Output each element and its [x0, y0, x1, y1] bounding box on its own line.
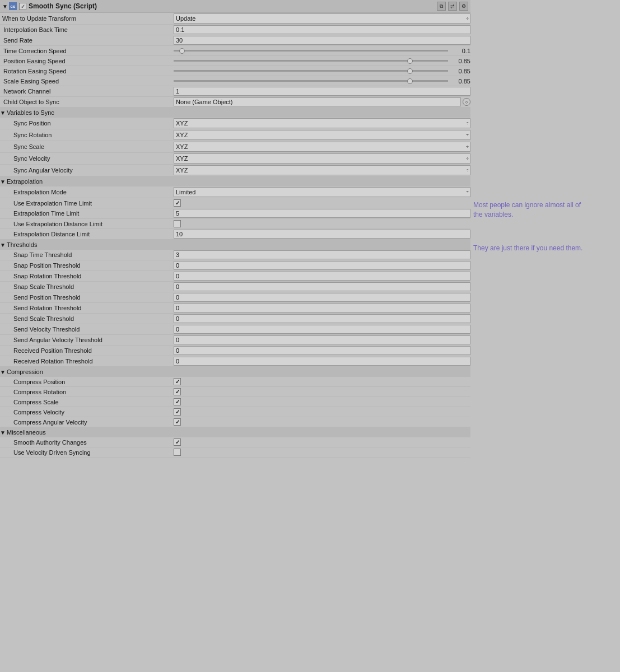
- sync-angular-velocity-select[interactable]: XYZXYXZYZXYZNone: [174, 165, 470, 175]
- position-easing-speed-thumb[interactable]: [407, 58, 413, 64]
- use-extrapolation-time-limit-checkbox[interactable]: [174, 199, 181, 207]
- position-easing-speed-track[interactable]: [174, 60, 448, 62]
- use-velocity-driven-syncing-label: Use Velocity Driven Syncing: [0, 449, 174, 456]
- extrapolation-mode-label: Extrapolation Mode: [0, 189, 174, 195]
- sync-velocity-value: XYZXYXZYZXYZNone ÷: [174, 153, 470, 164]
- snap-rotation-threshold-input[interactable]: [174, 272, 470, 281]
- send-rotation-threshold-input[interactable]: [174, 304, 470, 312]
- time-correction-speed-value: 0.1: [174, 48, 470, 54]
- child-object-picker-button[interactable]: ○: [463, 98, 470, 106]
- rotation-easing-speed-value: 0.85: [174, 68, 470, 74]
- smooth-authority-changes-value: [174, 438, 470, 446]
- sync-angular-velocity-row: Sync Angular Velocity XYZXYXZYZXYZNone ÷: [0, 165, 470, 176]
- sync-rotation-select-wrapper: XYZXYXZYZXYZNone ÷: [174, 130, 470, 140]
- interpolation-back-time-input[interactable]: [174, 25, 470, 34]
- variables-toggle[interactable]: ▼: [0, 110, 6, 115]
- collapse-toggle[interactable]: ▼: [2, 3, 8, 9]
- extrapolation-toggle[interactable]: ▼: [0, 179, 6, 184]
- time-correction-speed-row: Time Correction Speed 0.1: [0, 46, 470, 56]
- snap-time-threshold-input[interactable]: [174, 250, 470, 259]
- child-object-to-sync-row: Child Object to Sync ○: [0, 97, 470, 108]
- snap-scale-threshold-input[interactable]: [174, 282, 470, 291]
- sync-rotation-select[interactable]: XYZXYXZYZXYZNone: [174, 130, 470, 140]
- compress-rotation-label: Compress Rotation: [0, 389, 174, 395]
- when-to-update-label: When to Update Transform: [0, 15, 174, 22]
- use-extrapolation-distance-limit-label: Use Extrapolation Distance Limit: [0, 221, 174, 227]
- send-rate-value: [174, 36, 470, 45]
- position-easing-speed-display: 0.85: [450, 58, 470, 64]
- snap-position-threshold-input[interactable]: [174, 261, 470, 270]
- send-velocity-threshold-row: Send Velocity Threshold: [0, 324, 470, 335]
- send-velocity-threshold-input[interactable]: [174, 325, 470, 334]
- compress-angular-velocity-value: [174, 418, 470, 426]
- send-scale-threshold-input[interactable]: [174, 314, 470, 323]
- rotation-easing-speed-thumb[interactable]: [407, 68, 413, 74]
- send-position-threshold-row: Send Position Threshold: [0, 292, 470, 303]
- component-enabled-checkbox[interactable]: [19, 3, 26, 10]
- extrapolation-distance-limit-input[interactable]: [174, 230, 470, 239]
- compress-scale-value: [174, 398, 470, 405]
- received-position-threshold-input[interactable]: [174, 346, 470, 355]
- compress-angular-velocity-row: Compress Angular Velocity: [0, 417, 470, 427]
- use-extrapolation-distance-limit-checkbox[interactable]: [174, 220, 181, 227]
- extrapolation-mode-select[interactable]: LimitedUnlimitedNone: [174, 187, 470, 197]
- sync-velocity-select[interactable]: XYZXYXZYZXYZNone: [174, 153, 470, 164]
- header-icons: ⧉ ⇌ ⚙: [437, 2, 468, 11]
- scale-easing-speed-track[interactable]: [174, 80, 448, 82]
- when-to-update-select[interactable]: Update FixedUpdate LateUpdate: [174, 13, 470, 24]
- settings-icon[interactable]: ⚙: [459, 2, 468, 11]
- paste-icon[interactable]: ⇌: [448, 2, 457, 11]
- send-angular-velocity-threshold-row: Send Angular Velocity Threshold: [0, 335, 470, 346]
- snap-scale-threshold-value: [174, 282, 470, 291]
- compress-rotation-checkbox[interactable]: [174, 388, 181, 395]
- use-extrapolation-time-limit-row: Use Extrapolation Time Limit: [0, 198, 470, 208]
- sync-position-select[interactable]: XYZXYXZYZXYZNone: [174, 118, 470, 128]
- snap-position-threshold-value: [174, 261, 470, 270]
- scale-easing-speed-value: 0.85: [174, 78, 470, 85]
- child-object-to-sync-input[interactable]: [174, 97, 461, 106]
- compress-position-checkbox[interactable]: [174, 378, 181, 385]
- time-correction-speed-thumb[interactable]: [179, 48, 185, 54]
- network-channel-input[interactable]: [174, 87, 470, 96]
- send-position-threshold-input[interactable]: [174, 293, 470, 302]
- compress-scale-checkbox[interactable]: [174, 398, 181, 405]
- received-position-threshold-row: Received Position Threshold: [0, 346, 470, 356]
- side-note-1: Most people can ignore almost all of the…: [473, 200, 585, 220]
- scale-easing-speed-label: Scale Easing Speed: [0, 78, 174, 85]
- scale-easing-speed-thumb[interactable]: [407, 78, 413, 84]
- variables-to-sync-section: ▼ Variables to Sync: [0, 108, 470, 118]
- compression-toggle[interactable]: ▼: [0, 369, 6, 375]
- child-object-to-sync-value: ○: [174, 97, 470, 106]
- rotation-easing-speed-display: 0.85: [450, 68, 470, 74]
- received-rotation-threshold-label: Received Rotation Threshold: [0, 358, 174, 365]
- compress-velocity-checkbox[interactable]: [174, 408, 181, 416]
- compress-angular-velocity-checkbox[interactable]: [174, 418, 181, 426]
- copy-icon[interactable]: ⧉: [437, 2, 446, 11]
- variables-to-sync-label: Variables to Sync: [7, 109, 180, 116]
- send-rotation-threshold-label: Send Rotation Threshold: [0, 305, 174, 311]
- sync-scale-select-wrapper: XYZXYXZYZXYZNone ÷: [174, 142, 470, 152]
- rotation-easing-speed-track[interactable]: [174, 70, 448, 72]
- send-scale-threshold-value: [174, 314, 470, 323]
- miscellaneous-section: ▼ Miscellaneous: [0, 427, 470, 437]
- sync-angular-velocity-value: XYZXYXZYZXYZNone ÷: [174, 165, 470, 175]
- smooth-authority-changes-checkbox[interactable]: [174, 438, 181, 446]
- time-correction-speed-label: Time Correction Speed: [0, 48, 174, 54]
- thresholds-toggle[interactable]: ▼: [0, 242, 6, 248]
- compress-position-value: [174, 378, 470, 385]
- send-angular-velocity-threshold-input[interactable]: [174, 335, 470, 344]
- send-position-threshold-value: [174, 293, 470, 302]
- use-velocity-driven-syncing-checkbox[interactable]: [174, 449, 181, 456]
- miscellaneous-toggle[interactable]: ▼: [0, 430, 6, 435]
- sync-scale-select[interactable]: XYZXYXZYZXYZNone: [174, 142, 470, 152]
- extrapolation-time-limit-row: Extrapolation Time Limit: [0, 208, 470, 219]
- extrapolation-time-limit-input[interactable]: [174, 209, 470, 218]
- send-rate-input[interactable]: [174, 36, 470, 45]
- send-scale-threshold-label: Send Scale Threshold: [0, 315, 174, 322]
- received-rotation-threshold-input[interactable]: [174, 357, 470, 366]
- position-easing-speed-label: Position Easing Speed: [0, 58, 174, 64]
- extrapolation-distance-limit-row: Extrapolation Distance Limit: [0, 229, 470, 240]
- time-correction-speed-track[interactable]: [174, 50, 448, 52]
- send-angular-velocity-threshold-label: Send Angular Velocity Threshold: [0, 337, 174, 343]
- when-to-update-row: When to Update Transform Update FixedUpd…: [0, 13, 470, 25]
